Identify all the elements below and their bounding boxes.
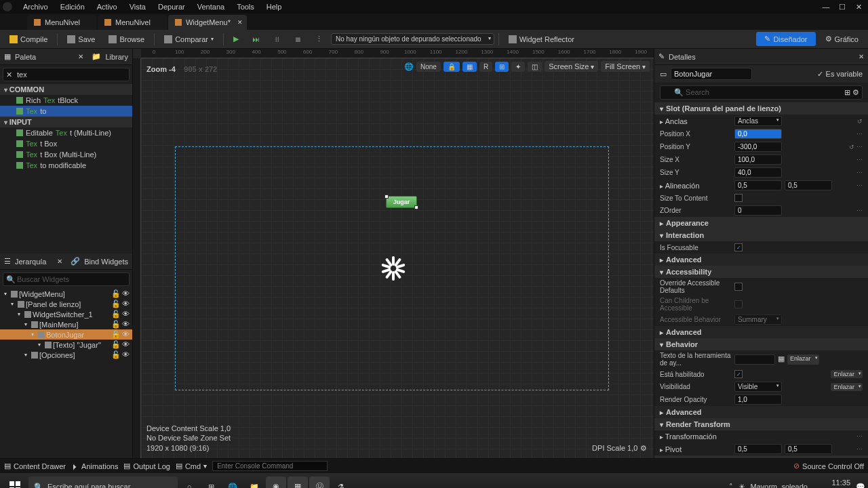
- clear-icon[interactable]: ✕: [6, 70, 12, 79]
- cat-advanced[interactable]: ▸ Advanced: [654, 326, 868, 338]
- pivotx-input[interactable]: [734, 444, 782, 454]
- object-name-input[interactable]: [671, 68, 752, 80]
- palette-item[interactable]: Text Box (Multi-Line): [0, 149, 132, 160]
- screensize-dropdown[interactable]: Screen Size ▾: [545, 61, 598, 72]
- canvas-root[interactable]: Jugar: [175, 146, 609, 390]
- palette-cat-input[interactable]: ▾ INPUT: [0, 117, 132, 127]
- cat-accessibility[interactable]: ▾ Accessibility: [654, 266, 868, 278]
- output-log-button[interactable]: ▤Output Log: [123, 462, 170, 470]
- details-close-icon[interactable]: ✕: [859, 53, 864, 60]
- taskbar-search[interactable]: 🔍Escribe aquí para buscar: [28, 476, 178, 488]
- flag-icon[interactable]: ▦: [778, 354, 785, 365]
- layout-button[interactable]: ▦: [462, 62, 477, 72]
- sizex-input[interactable]: [734, 155, 782, 165]
- menu-edicion[interactable]: Edición: [55, 1, 90, 12]
- cat-interaction[interactable]: ▾ Interaction: [654, 229, 868, 241]
- cat-advanced[interactable]: ▸ Advanced: [654, 406, 868, 418]
- aligny-input[interactable]: [785, 180, 832, 190]
- menu-tools[interactable]: Tools: [231, 1, 260, 12]
- pivoty-input[interactable]: [785, 444, 832, 454]
- reset-icon[interactable]: ⋯: [856, 207, 863, 214]
- menu-vista[interactable]: Vista: [124, 1, 151, 12]
- menu-help[interactable]: Help: [261, 1, 288, 12]
- alignx-input[interactable]: [734, 180, 782, 190]
- localize-icon[interactable]: 🌐: [404, 62, 414, 71]
- source-control-button[interactable]: ⊘Source Control Off: [793, 462, 864, 470]
- enabled-checkbox[interactable]: ✓: [734, 370, 743, 378]
- play-opts-button[interactable]: ⋮: [310, 33, 328, 45]
- tree-row[interactable]: ▾[Opciones]🔓👁: [0, 350, 132, 360]
- eye-icon[interactable]: 👁: [122, 340, 130, 349]
- lock-icon[interactable]: 🔓: [111, 340, 121, 349]
- reset-icon[interactable]: ⋯: [856, 131, 863, 138]
- palette-close-icon[interactable]: ✕: [78, 53, 83, 60]
- system-tray[interactable]: ˄ ☀ Mayorm. soleado 11:3519/05/2023 💬: [729, 479, 865, 488]
- cat-slot[interactable]: ▾ Slot (Ranura del panel de lienzo): [654, 102, 868, 115]
- menu-archivo[interactable]: Archivo: [18, 1, 54, 12]
- eye-icon[interactable]: 👁: [122, 289, 130, 298]
- lock-button[interactable]: 🔒: [443, 62, 460, 72]
- tab-close-icon[interactable]: ✕: [237, 19, 243, 26]
- hierarchy-close-icon[interactable]: ✕: [57, 258, 62, 265]
- close-icon[interactable]: ✕: [852, 3, 865, 12]
- lock-icon[interactable]: 🔓: [111, 330, 121, 339]
- edge-icon[interactable]: 🌐: [222, 476, 243, 488]
- explorer-icon[interactable]: 📁: [244, 476, 264, 488]
- step-button[interactable]: ⏭: [247, 33, 265, 45]
- posy-input[interactable]: [734, 142, 782, 152]
- reset-icon[interactable]: ↺: [857, 118, 863, 125]
- chrome-icon[interactable]: ◉: [266, 476, 286, 488]
- throbber-widget[interactable]: [380, 256, 404, 281]
- posx-input[interactable]: [734, 129, 782, 139]
- console-input[interactable]: [212, 461, 328, 471]
- pause-button[interactable]: ⏸: [268, 33, 286, 45]
- tree-row[interactable]: ▾[Texto] "Jugar"🔓👁: [0, 340, 132, 350]
- cat-advanced[interactable]: ▸ Advanced: [654, 253, 868, 266]
- jugar-button-widget[interactable]: Jugar: [386, 196, 417, 208]
- override-acc-checkbox[interactable]: [734, 283, 743, 291]
- tree-row[interactable]: ▾WidgetSwitcher_1🔓👁: [0, 309, 132, 319]
- filter-icon[interactable]: ⊞ ⚙: [844, 88, 859, 97]
- maximize-icon[interactable]: ☐: [835, 3, 849, 12]
- eye-icon[interactable]: 👁: [122, 350, 130, 359]
- lock-icon[interactable]: 🔓: [111, 310, 121, 319]
- details-search[interactable]: 🔍 Search ⊞ ⚙: [660, 85, 863, 100]
- tab-widgetmenu[interactable]: WidgetMenu*✕: [168, 15, 247, 30]
- cat-appearance[interactable]: ▸ Appearance: [654, 217, 868, 229]
- palette-item[interactable]: RichTextBlock: [0, 95, 132, 106]
- tab-menunivel-2[interactable]: MenuNivel: [98, 15, 167, 30]
- tree-row[interactable]: ▾[WidgetMenu]🔓👁: [0, 289, 132, 299]
- palette-item[interactable]: Texto modificable: [0, 160, 132, 171]
- diff-button[interactable]: Comparar▾: [159, 33, 219, 45]
- outline-button[interactable]: ◫: [528, 62, 542, 72]
- widget-reflector-button[interactable]: Widget Reflector: [503, 33, 580, 45]
- visibility-dropdown[interactable]: Visible: [734, 382, 782, 392]
- opacity-input[interactable]: [734, 394, 782, 405]
- compile-button[interactable]: Compile: [4, 33, 53, 45]
- eye-icon[interactable]: 👁: [122, 300, 130, 308]
- grid-button[interactable]: ⊞: [495, 62, 509, 72]
- eye-icon[interactable]: 👁: [122, 320, 130, 329]
- tree-row[interactable]: ▾BotonJugar🔓👁: [0, 329, 132, 340]
- reset-icon[interactable]: ↺ ⋯: [849, 144, 863, 150]
- stc-checkbox[interactable]: [734, 194, 743, 202]
- hierarchy-search[interactable]: 🔍 Buscar Widgets: [3, 272, 130, 286]
- gear-icon[interactable]: ⚙: [640, 444, 647, 452]
- animations-button[interactable]: ⏵Animations: [71, 462, 118, 470]
- cat-performance[interactable]: ▾ Performance: [654, 455, 868, 458]
- cat-behavior[interactable]: ▾ Behavior: [654, 338, 868, 350]
- cat-transform[interactable]: ▾ Render Transform: [654, 418, 868, 430]
- reset-icon[interactable]: ⋯: [856, 169, 863, 176]
- palette-item[interactable]: Editable Text (Multi-Line): [0, 127, 132, 138]
- reset-icon[interactable]: ⋯: [856, 433, 863, 440]
- cmd-dropdown[interactable]: ▤Cmd ▾: [176, 462, 207, 470]
- snap-button[interactable]: ✦: [511, 62, 525, 72]
- graph-button[interactable]: ⚙Gráfico: [820, 32, 864, 46]
- palette-item[interactable]: Text Box: [0, 138, 132, 149]
- reset-icon[interactable]: ⋯: [856, 157, 863, 163]
- chevron-up-icon[interactable]: ˄: [729, 483, 733, 488]
- eye-icon[interactable]: 👁: [122, 330, 130, 339]
- play-button[interactable]: ▶: [228, 33, 244, 45]
- stop-button[interactable]: ⏹: [289, 33, 307, 45]
- reset-icon[interactable]: ⋯: [856, 182, 863, 189]
